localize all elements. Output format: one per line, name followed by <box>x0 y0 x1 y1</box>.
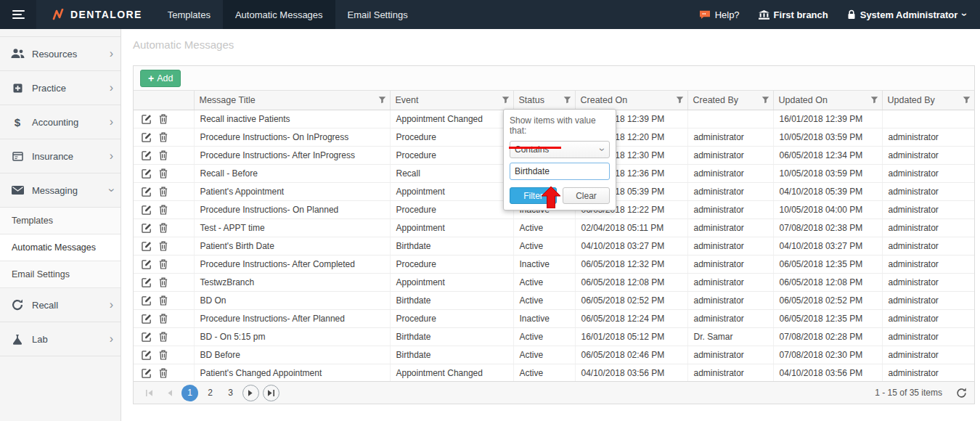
updated-on-cell: 16/01/2018 12:39 PM <box>773 110 882 128</box>
sidebar-item-messaging[interactable]: Messaging› <box>0 173 121 208</box>
edit-icon[interactable] <box>142 168 152 179</box>
pager-next-button[interactable] <box>242 385 259 401</box>
edit-icon[interactable] <box>142 187 152 197</box>
updated-on-cell: 06/05/2018 12:35 PM <box>773 309 882 327</box>
sidebar: Resources›Practice›$Accounting›Insurance… <box>0 29 121 421</box>
delete-icon[interactable] <box>159 187 168 197</box>
updated-by-cell: administrator <box>882 164 974 182</box>
top-nav-tabs: TemplatesAutomatic MessagesEmail Setting… <box>155 0 420 29</box>
filter-funnel-icon[interactable] <box>963 96 971 104</box>
delete-icon[interactable] <box>159 350 168 360</box>
delete-icon[interactable] <box>159 241 168 251</box>
edit-icon[interactable] <box>142 205 152 215</box>
pager-summary: 1 - 15 of 35 items <box>875 388 942 398</box>
edit-icon[interactable] <box>142 150 152 160</box>
branch-selector[interactable]: First branch <box>759 9 828 20</box>
filter-funnel-icon[interactable] <box>870 96 878 104</box>
help-button[interactable]: Help? <box>699 9 740 20</box>
chevron-right-icon: › <box>110 115 113 128</box>
pager-prev-button[interactable] <box>161 385 178 401</box>
grid-toolbar: +Add <box>134 66 974 91</box>
message-title-cell: Patient's Appointment <box>194 182 390 200</box>
sidebar-item-lab[interactable]: Lab› <box>0 322 121 356</box>
filter-funnel-icon[interactable] <box>761 96 769 104</box>
sidebar-item-insurance[interactable]: Insurance› <box>0 139 121 173</box>
sidebar-item-recall[interactable]: Recall› <box>0 288 121 322</box>
sidebar-subitem-templates[interactable]: Templates <box>0 208 121 234</box>
row-actions-cell <box>134 164 194 182</box>
edit-icon[interactable] <box>142 350 152 360</box>
status-cell: Active <box>513 291 575 309</box>
sidebar-item-accounting[interactable]: $Accounting› <box>0 105 121 139</box>
row-actions-cell <box>134 218 194 237</box>
nav-tab-templates[interactable]: Templates <box>155 0 223 29</box>
edit-icon[interactable] <box>142 223 152 233</box>
filter-menu-popup: Show items with value that: Contains › F… <box>503 109 616 210</box>
filter-funnel-icon[interactable] <box>378 96 386 104</box>
pager-page-2[interactable]: 2 <box>202 385 219 401</box>
sidebar-item-label: Recall <box>32 300 58 311</box>
user-label: System Administrator <box>860 9 958 20</box>
main-content: Automatic Messages +Add Message TitleEve… <box>121 29 980 421</box>
delete-icon[interactable] <box>159 295 168 306</box>
edit-icon[interactable] <box>142 277 152 287</box>
user-menu[interactable]: System Administrator › <box>847 9 967 20</box>
filter-value-input[interactable] <box>510 163 610 180</box>
status-cell: Inactive <box>513 255 575 273</box>
edit-icon[interactable] <box>142 114 152 124</box>
row-actions-cell <box>134 182 194 200</box>
edit-icon[interactable] <box>142 332 152 342</box>
sidebar-subitem-email-settings[interactable]: Email Settings <box>0 261 121 288</box>
message-title-cell: Procedure Instructions- After Planned <box>194 309 390 327</box>
grid-pager: 123 1 - 15 of 35 items <box>134 381 974 404</box>
refresh-icon[interactable] <box>956 388 967 398</box>
table-row: Procedure Instructions- After PlannedPro… <box>134 309 974 327</box>
hamburger-icon[interactable] <box>0 0 36 29</box>
delete-icon[interactable] <box>159 332 168 342</box>
pager-last-button[interactable] <box>263 385 279 401</box>
event-cell: Procedure <box>390 146 513 164</box>
edit-icon[interactable] <box>142 368 152 378</box>
practice-icon <box>9 83 25 94</box>
delete-icon[interactable] <box>159 368 168 378</box>
delete-icon[interactable] <box>159 223 168 233</box>
help-label: Help? <box>715 9 740 20</box>
nav-tab-email-settings[interactable]: Email Settings <box>335 0 420 29</box>
brand-logo: DENTALORE <box>36 0 155 29</box>
edit-icon[interactable] <box>142 259 152 269</box>
edit-icon[interactable] <box>142 295 152 306</box>
pager-first-button[interactable] <box>141 385 158 401</box>
status-cell: Active <box>513 218 575 237</box>
delete-icon[interactable] <box>159 132 168 142</box>
filter-clear-button[interactable]: Clear <box>563 187 610 204</box>
event-cell: Appointment Changed <box>390 110 513 128</box>
created-on-cell: 06/05/2018 02:52 PM <box>575 291 687 309</box>
filter-funnel-icon[interactable] <box>502 96 510 104</box>
delete-icon[interactable] <box>159 314 168 324</box>
table-row: BD BeforeBirthdateActive06/05/2018 02:46… <box>134 346 974 364</box>
add-button[interactable]: +Add <box>140 70 181 87</box>
delete-icon[interactable] <box>159 150 168 160</box>
filter-funnel-icon[interactable] <box>563 96 571 104</box>
event-cell: Birthdate <box>390 346 513 364</box>
delete-icon[interactable] <box>159 168 168 179</box>
delete-icon[interactable] <box>159 277 168 287</box>
lock-icon <box>847 9 856 20</box>
sidebar-item-resources[interactable]: Resources› <box>0 36 121 71</box>
delete-icon[interactable] <box>159 259 168 269</box>
pager-page-1[interactable]: 1 <box>181 385 198 401</box>
status-cell: Active <box>513 273 575 291</box>
edit-icon[interactable] <box>142 241 152 251</box>
edit-icon[interactable] <box>142 132 152 142</box>
pager-page-3[interactable]: 3 <box>222 385 239 401</box>
filter-funnel-icon[interactable] <box>676 96 684 104</box>
column-header-status: Status <box>513 91 575 110</box>
sidebar-subitem-automatic-messages[interactable]: Automatic Messages <box>0 234 121 261</box>
edit-icon[interactable] <box>142 314 152 324</box>
filter-operator-dropdown[interactable]: Contains › <box>510 141 610 158</box>
created-by-cell: administrator <box>687 237 773 255</box>
delete-icon[interactable] <box>159 114 168 124</box>
nav-tab-automatic-messages[interactable]: Automatic Messages <box>223 0 335 29</box>
delete-icon[interactable] <box>159 205 168 215</box>
sidebar-item-practice[interactable]: Practice› <box>0 71 121 105</box>
